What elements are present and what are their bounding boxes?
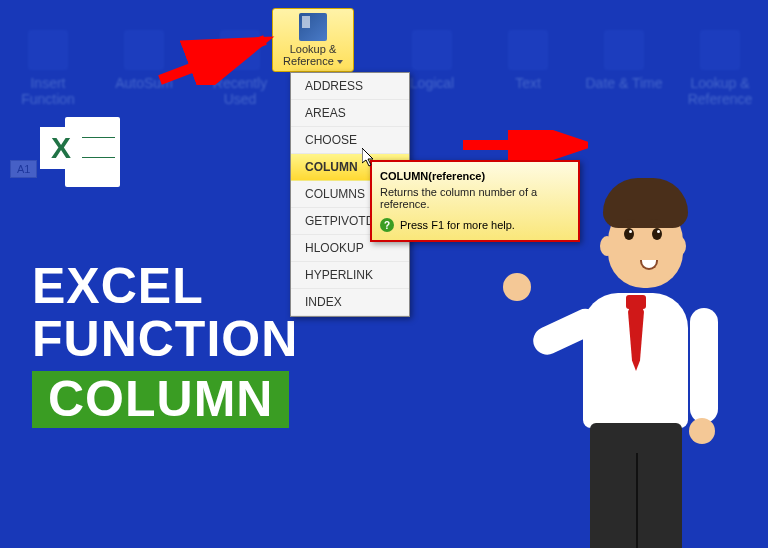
- title-line-2: FUNCTION: [32, 313, 298, 366]
- slide-title: EXCEL FUNCTION COLUMN: [32, 260, 298, 428]
- title-line-3: COLUMN: [32, 371, 289, 428]
- menu-item-areas[interactable]: AREAS: [291, 100, 409, 127]
- menu-item-choose[interactable]: CHOOSE: [291, 127, 409, 154]
- menu-item-address[interactable]: ADDRESS: [291, 73, 409, 100]
- red-arrow-annotation-1: [155, 35, 285, 89]
- lookup-reference-label: Lookup & Reference: [283, 43, 336, 67]
- tooltip-title: COLUMN(reference): [380, 170, 570, 182]
- menu-item-hyperlink[interactable]: HYPERLINK: [291, 262, 409, 289]
- chevron-down-icon: [337, 60, 343, 64]
- menu-item-index[interactable]: INDEX: [291, 289, 409, 316]
- help-icon: ?: [380, 218, 394, 232]
- tooltip-help-text: Press F1 for more help.: [400, 219, 515, 231]
- title-line-1: EXCEL: [32, 260, 298, 313]
- svg-line-0: [160, 40, 265, 80]
- cell-reference-bg: A1: [10, 160, 37, 178]
- tooltip-help: ? Press F1 for more help.: [380, 218, 570, 232]
- book-icon: [299, 13, 327, 41]
- tooltip-description: Returns the column number of a reference…: [380, 186, 570, 210]
- red-arrow-annotation-2: [448, 130, 588, 164]
- mouse-cursor-icon: [362, 148, 378, 168]
- function-tooltip: COLUMN(reference) Returns the column num…: [370, 160, 580, 242]
- excel-logo-icon: X: [40, 112, 120, 192]
